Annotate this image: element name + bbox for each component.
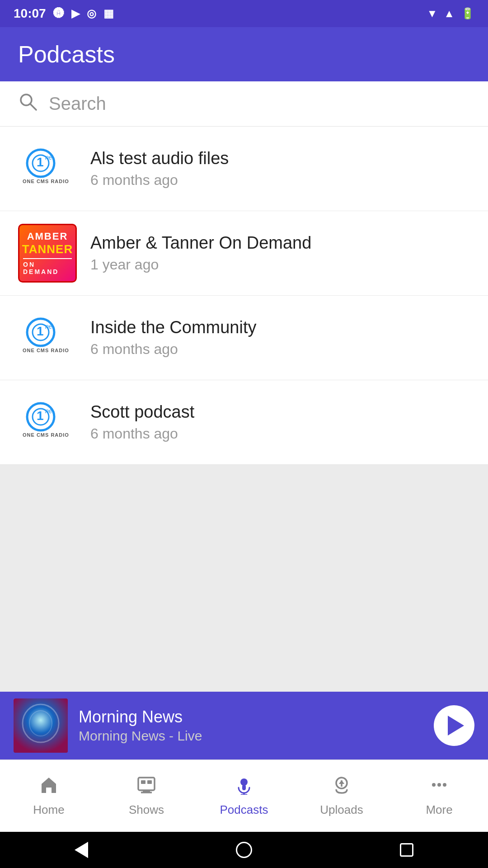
recents-icon (400, 843, 413, 857)
nav-item-uploads[interactable]: Uploads (293, 768, 390, 824)
scrollable-content: Search 1 ne ONE CMS RADIO Als test audio… (0, 81, 488, 760)
podcast-info-2: Amber & Tanner On Demand 1 year ago (90, 233, 470, 273)
podcast-logo-2: AMBER TANNER ON DEMAND (18, 224, 77, 283)
search-placeholder: Search (49, 94, 106, 114)
svg-rect-24 (147, 780, 152, 784)
now-playing-bar[interactable]: Morning News Morning News - Live (0, 692, 488, 760)
podcast-time-3: 6 months ago (90, 341, 470, 358)
podcast-name-2: Amber & Tanner On Demand (90, 233, 470, 253)
podcast-logo-4: 1 ne ONE CMS RADIO (18, 393, 77, 452)
play-button[interactable] (434, 705, 474, 746)
now-playing-info: Morning News Morning News - Live (79, 708, 423, 744)
play-icon (448, 716, 464, 736)
podcast-item-4[interactable]: 1 ne ONE CMS RADIO Scott podcast 6 month… (0, 380, 488, 465)
amber-tanner-logo: AMBER TANNER ON DEMAND (18, 224, 77, 283)
podcast-time-4: 6 months ago (90, 425, 470, 442)
nav-item-shows[interactable]: Shows (98, 768, 195, 824)
home-button[interactable] (230, 836, 258, 863)
svg-text:ONE CMS RADIO: ONE CMS RADIO (23, 432, 69, 438)
svg-point-25 (240, 778, 248, 786)
svg-text:1: 1 (37, 155, 44, 169)
back-button[interactable] (68, 836, 95, 863)
podcast-info-3: Inside the Community 6 months ago (90, 318, 470, 358)
podcast-info-1: Als test audio files 6 months ago (90, 149, 470, 189)
signal-icon: ▲ (444, 7, 455, 20)
status-bar: 10:07 🅐 ▶ ◎ ▦ ▼ ▲ 🔋 (0, 0, 488, 27)
nav-label-shows: Shows (129, 803, 164, 817)
svg-point-34 (443, 783, 446, 787)
svg-text:1: 1 (37, 324, 44, 338)
svg-text:ne: ne (45, 154, 52, 161)
nav-label-more: More (426, 803, 452, 817)
a-icon: 🅐 (53, 7, 64, 20)
svg-text:ne: ne (45, 407, 52, 415)
amber-line1: AMBER (27, 231, 68, 242)
nav-label-podcasts: Podcasts (220, 803, 268, 817)
svg-rect-23 (141, 780, 145, 784)
battery-icon: 🔋 (461, 7, 474, 20)
podcasts-icon (234, 775, 254, 799)
svg-text:ONE CMS RADIO: ONE CMS RADIO (23, 348, 69, 353)
svg-rect-20 (138, 778, 155, 790)
podcast-logo-3: 1 ne ONE CMS RADIO (18, 308, 77, 367)
amber-line3: ON DEMAND (23, 258, 72, 275)
podcast-time-1: 6 months ago (90, 172, 470, 189)
nav-label-home: Home (33, 803, 64, 817)
gray-spacer (0, 465, 488, 692)
youtube-icon: ▶ (71, 7, 80, 20)
back-icon (75, 842, 88, 858)
nav-item-home[interactable]: Home (0, 768, 98, 824)
amber-line2: TANNER (22, 242, 73, 256)
svg-text:ONE CMS RADIO: ONE CMS RADIO (23, 179, 69, 184)
nav-label-uploads: Uploads (320, 803, 363, 817)
nav-item-more[interactable]: More (390, 768, 488, 824)
shows-icon (136, 775, 156, 799)
more-icon (429, 775, 449, 799)
svg-point-33 (437, 783, 441, 787)
search-icon (18, 92, 38, 116)
system-nav (0, 832, 488, 868)
status-right: ▼ ▲ 🔋 (427, 7, 474, 20)
time-display: 10:07 (14, 6, 46, 21)
page-wrapper: 10:07 🅐 ▶ ◎ ▦ ▼ ▲ 🔋 Podcasts Search (0, 0, 488, 868)
now-playing-title: Morning News (79, 708, 423, 726)
podcast-time-2: 1 year ago (90, 256, 470, 273)
uploads-icon (332, 775, 352, 799)
sd-card-icon: ▦ (103, 7, 114, 20)
svg-text:ne: ne (45, 323, 52, 330)
now-playing-thumbnail (14, 698, 68, 753)
svg-rect-26 (242, 785, 246, 790)
podcast-list: 1 ne ONE CMS RADIO Als test audio files … (0, 127, 488, 465)
bottom-nav: Home Shows (0, 760, 488, 832)
recents-button[interactable] (393, 836, 420, 863)
svg-text:1: 1 (37, 409, 44, 423)
svg-line-1 (30, 104, 36, 110)
header: Podcasts (0, 27, 488, 81)
circle-icon: ◎ (87, 7, 96, 20)
podcast-name-4: Scott podcast (90, 402, 470, 422)
nav-item-podcasts[interactable]: Podcasts (195, 768, 293, 824)
podcast-item-2[interactable]: AMBER TANNER ON DEMAND Amber & Tanner On… (0, 211, 488, 296)
wifi-icon: ▼ (427, 7, 437, 20)
podcast-item-3[interactable]: 1 ne ONE CMS RADIO Inside the Community … (0, 296, 488, 380)
search-bar[interactable]: Search (0, 81, 488, 127)
home-icon (39, 775, 59, 799)
svg-rect-17 (14, 698, 68, 753)
podcast-name-3: Inside the Community (90, 318, 470, 337)
home-system-icon (236, 842, 252, 858)
podcast-item-1[interactable]: 1 ne ONE CMS RADIO Als test audio files … (0, 127, 488, 211)
now-playing-subtitle: Morning News - Live (79, 728, 423, 744)
page-title: Podcasts (18, 41, 115, 68)
podcast-logo-1: 1 ne ONE CMS RADIO (18, 139, 77, 198)
status-left: 10:07 🅐 ▶ ◎ ▦ (14, 6, 114, 21)
podcast-name-1: Als test audio files (90, 149, 470, 168)
svg-point-32 (432, 783, 436, 787)
podcast-info-4: Scott podcast 6 months ago (90, 402, 470, 442)
